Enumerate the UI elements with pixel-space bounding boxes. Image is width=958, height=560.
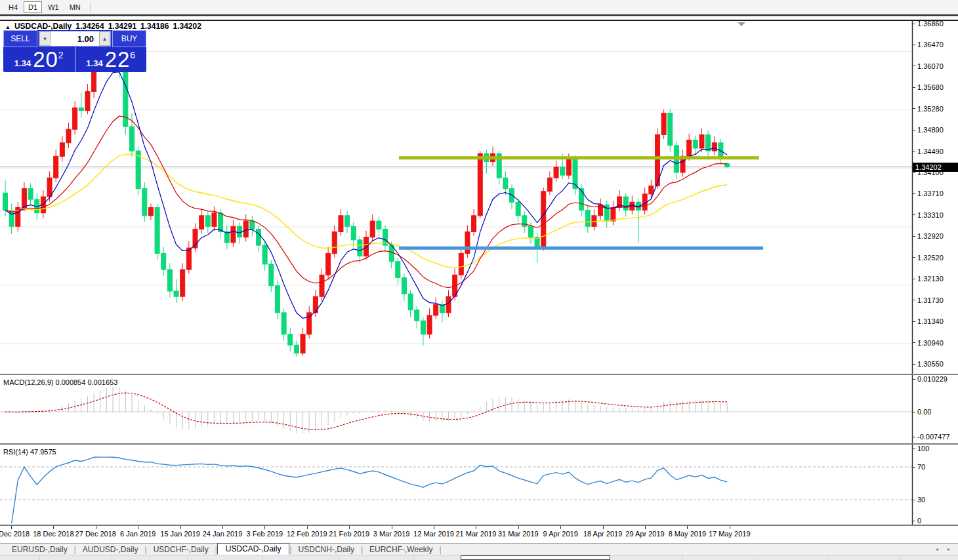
date-tick xyxy=(434,526,434,529)
price-tick xyxy=(912,130,915,130)
timeframe-button-w1[interactable]: W1 xyxy=(43,1,64,13)
volume-decrease-button[interactable]: ▼ xyxy=(39,31,51,46)
macd-tick xyxy=(912,379,915,380)
chart-tab-usdcad[interactable]: USDCAD-,Daily xyxy=(217,543,290,555)
macd-label: MACD(12,26,9) 0.000854 0.001653 xyxy=(3,378,117,386)
price-tick-label: 1.36070 xyxy=(917,62,944,70)
taskbar-edge xyxy=(0,555,958,560)
price-tick xyxy=(912,172,915,173)
price-tick-label: 1.31730 xyxy=(917,296,944,304)
date-tick xyxy=(730,526,730,529)
price-tick xyxy=(912,214,915,215)
tab-separator: | xyxy=(439,545,441,554)
symbol-label: USDCAD-,Daily xyxy=(14,22,72,31)
sell-button[interactable]: SELL xyxy=(3,30,37,47)
date-tick xyxy=(11,526,12,529)
macd-tick-label: 0.00 xyxy=(917,408,931,416)
price-tick xyxy=(912,342,915,343)
chart-tab-eurchf[interactable]: EURCHF-,Weekly xyxy=(363,544,439,555)
rsi-tick-label: 30 xyxy=(917,496,925,504)
price-tick xyxy=(912,300,915,300)
price-tick-label: 1.35280 xyxy=(917,105,944,113)
rsi-tick xyxy=(912,521,915,521)
timeframe-button-d1[interactable]: D1 xyxy=(24,1,42,13)
last-bar-marker-icon xyxy=(738,22,745,26)
buy-price-prefix: 1.34 xyxy=(86,58,102,68)
buy-price-sup: 6 xyxy=(130,50,135,60)
chart-title: ▲USDCAD-,Daily1.342641.342911.341861.342… xyxy=(5,22,205,31)
rsi-panel-canvas[interactable] xyxy=(0,445,958,525)
buy-price-big: 22 xyxy=(105,47,131,72)
date-tick xyxy=(53,526,54,529)
sell-price-sup: 2 xyxy=(58,50,64,60)
price-tick xyxy=(912,151,915,151)
price-tick xyxy=(912,364,915,365)
macd-tick-label: 0.010229 xyxy=(917,375,948,383)
price-tick-label: 1.36470 xyxy=(917,41,944,49)
timeframe-button-mn[interactable]: MN xyxy=(65,1,85,13)
ohlc-close: 1.34202 xyxy=(173,22,201,31)
date-tick xyxy=(96,526,96,529)
date-tick xyxy=(222,526,223,529)
price-tick xyxy=(912,279,915,279)
date-tick xyxy=(603,526,604,529)
taskbar-separator xyxy=(112,555,112,560)
date-tick xyxy=(476,526,476,529)
sell-price-big: 20 xyxy=(33,47,58,72)
taskbar-separator xyxy=(899,555,900,560)
date-tick xyxy=(560,526,561,529)
ohlc-open: 1.34264 xyxy=(75,22,104,31)
price-tick-label: 1.32130 xyxy=(917,275,944,283)
price-tick xyxy=(912,66,915,66)
sell-price[interactable]: 1.34 20 2 xyxy=(3,47,75,72)
time-axis[interactable]: 9 Dec 201818 Dec 201827 Dec 20186 Jan 20… xyxy=(0,526,958,543)
rsi-tick-label: 0 xyxy=(917,517,921,525)
price-tick xyxy=(912,108,915,109)
price-tick xyxy=(912,321,915,322)
volume-control: ▼ ▲ xyxy=(39,31,111,47)
price-tick xyxy=(912,24,915,24)
ohlc-low: 1.34186 xyxy=(140,22,169,31)
price-tick-label: 1.31340 xyxy=(917,317,944,325)
taskbar-separator xyxy=(39,555,40,560)
price-tick-label: 1.32520 xyxy=(917,254,944,262)
macd-tick xyxy=(912,437,915,437)
buy-button[interactable]: BUY xyxy=(112,30,146,47)
price-tick-label: 1.34890 xyxy=(917,126,944,134)
taskbar-separator xyxy=(413,555,414,560)
price-tick xyxy=(912,87,915,88)
volume-input[interactable] xyxy=(51,31,99,46)
chart-tabs-bar: EURUSD-,Daily|AUDUSD-,Daily|USDCHF-,Dail… xyxy=(0,543,958,555)
rsi-tick xyxy=(912,467,915,468)
price-tick xyxy=(912,257,915,258)
timeframe-toolbar: H4D1W1MN xyxy=(0,0,958,14)
taskbar-separator xyxy=(262,555,263,560)
macd-panel-canvas[interactable] xyxy=(0,375,958,443)
volume-increase-button[interactable]: ▲ xyxy=(99,31,110,46)
buy-price[interactable]: 1.34 22 6 xyxy=(75,47,147,72)
one-click-trade-panel: SELL ▼ ▲ BUY 1.34 20 2 1.34 22 6 xyxy=(3,30,146,72)
price-tick-label: 1.30940 xyxy=(917,339,944,347)
tabs-scroll-right-icon[interactable]: ▸ xyxy=(948,546,954,552)
price-tick xyxy=(912,193,915,194)
chart-tab-usdchf[interactable]: USDCHF-,Daily xyxy=(147,544,215,555)
chart-tab-eurusd[interactable]: EURUSD-,Daily xyxy=(5,544,74,555)
price-tick-label: 1.32920 xyxy=(917,232,944,240)
tabs-scroll-left-icon[interactable]: ◂ xyxy=(936,546,942,552)
current-price-tag: 1.34202 xyxy=(913,163,958,172)
chart-tab-audusd[interactable]: AUDUSD-,Daily xyxy=(76,544,145,555)
collapse-arrow-icon[interactable]: ▲ xyxy=(5,24,10,30)
price-tick-label: 1.30550 xyxy=(917,360,944,368)
price-tick-label: 1.34490 xyxy=(917,148,944,155)
timeframe-button-h4[interactable]: H4 xyxy=(4,1,22,13)
rsi-tick-label: 70 xyxy=(917,463,925,471)
taskbar-active-window[interactable] xyxy=(461,555,610,560)
price-tick-label: 1.36860 xyxy=(917,20,944,28)
chart-tab-usdcnh[interactable]: USDCNH-,Daily xyxy=(292,544,361,555)
sell-price-prefix: 1.34 xyxy=(14,58,31,68)
taskbar-separator xyxy=(682,555,683,560)
price-tick-label: 1.33310 xyxy=(917,211,944,219)
date-tick xyxy=(349,526,350,529)
date-tick xyxy=(645,526,646,529)
rsi-tick xyxy=(912,449,915,449)
